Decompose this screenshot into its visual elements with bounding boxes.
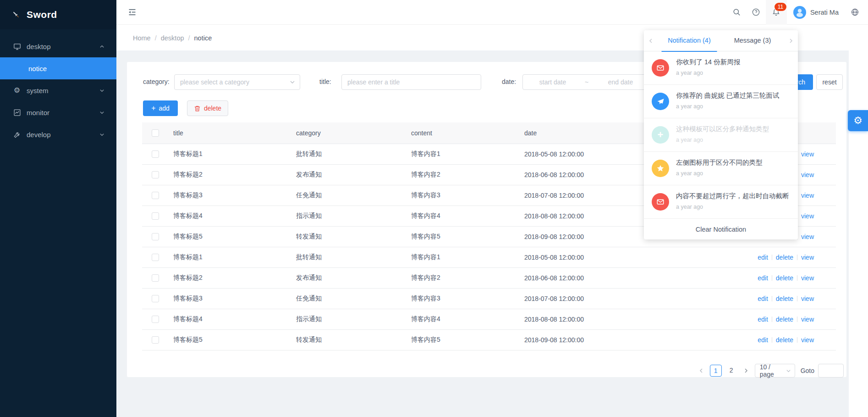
- user-menu[interactable]: Serati Ma: [787, 0, 845, 25]
- goto-page-input[interactable]: [818, 364, 844, 378]
- globe-icon[interactable]: [845, 0, 864, 25]
- row-checkbox[interactable]: [152, 233, 159, 240]
- delete-link[interactable]: delete: [776, 316, 793, 323]
- add-button[interactable]: + add: [143, 100, 178, 116]
- notification-tabs: Notification (4) Message (3): [644, 30, 798, 51]
- cell-content: 博客内容3: [407, 288, 520, 309]
- delete-link[interactable]: delete: [776, 336, 793, 344]
- row-checkbox[interactable]: [152, 171, 159, 178]
- category-select[interactable]: please select a category: [174, 74, 300, 90]
- view-link[interactable]: view: [801, 233, 814, 240]
- gear-icon: ⚙: [13, 87, 21, 94]
- menu-fold-icon[interactable]: [127, 7, 137, 17]
- sidebar-item-notice[interactable]: notice: [0, 57, 116, 79]
- edit-link[interactable]: edit: [758, 295, 768, 302]
- pagination: 1 2 10 / page Goto: [696, 364, 844, 378]
- breadcrumb-desktop[interactable]: desktop: [161, 34, 184, 42]
- sidebar-item-monitor[interactable]: monitor: [0, 101, 116, 123]
- sidebar-item-system[interactable]: ⚙ system: [0, 79, 116, 101]
- add-button-label: add: [159, 105, 169, 112]
- plus-icon: +: [652, 126, 669, 144]
- sidebar-item-desktop[interactable]: desktop: [0, 35, 116, 57]
- notifications-bell-button[interactable]: 11: [766, 0, 787, 25]
- mail-icon: [652, 193, 669, 211]
- divider: [772, 255, 772, 260]
- page-size-select[interactable]: 10 / page: [755, 364, 795, 378]
- delete-button[interactable]: delete: [187, 100, 228, 116]
- row-checkbox[interactable]: [152, 316, 159, 323]
- notification-item[interactable]: 你收到了 14 份新周报 a year ago: [644, 51, 798, 85]
- row-checkbox[interactable]: [152, 295, 159, 302]
- view-link[interactable]: view: [801, 295, 814, 302]
- sidebar-item-develop[interactable]: develop: [0, 123, 116, 145]
- view-link[interactable]: view: [801, 212, 814, 220]
- cell-date: 2018-08-08 12:00:00: [520, 309, 671, 329]
- view-link[interactable]: view: [801, 192, 814, 199]
- sidebar: Sword desktop notice ⚙ system: [0, 0, 116, 417]
- delete-link[interactable]: delete: [776, 254, 793, 261]
- breadcrumb-home[interactable]: Home: [133, 34, 151, 42]
- notification-badge: 11: [775, 3, 786, 11]
- cell-title: 博客标题5: [169, 329, 291, 350]
- dove-icon: [652, 93, 669, 110]
- edit-link[interactable]: edit: [758, 336, 768, 344]
- notification-panel: Notification (4) Message (3) 你收到了 14 份新周…: [644, 30, 798, 239]
- cell-content: 博客内容1: [407, 144, 520, 164]
- row-checkbox[interactable]: [152, 192, 159, 199]
- tab-notification[interactable]: Notification (4): [658, 30, 721, 51]
- next-page-icon[interactable]: [741, 365, 751, 377]
- row-checkbox[interactable]: [152, 336, 159, 344]
- goto-label: Goto: [801, 367, 814, 374]
- notification-item[interactable]: 内容不要超过两行字，超出时自动截断 a year ago: [644, 185, 798, 219]
- delete-button-label: delete: [204, 105, 221, 112]
- cell-category: 发布通知: [291, 267, 407, 288]
- date-range-picker[interactable]: start date ~ end date: [522, 74, 651, 90]
- row-checkbox[interactable]: [152, 254, 159, 261]
- view-link[interactable]: view: [801, 171, 814, 178]
- reset-button[interactable]: reset: [816, 74, 843, 90]
- view-link[interactable]: view: [801, 274, 814, 282]
- sidebar-item-label: system: [27, 87, 49, 95]
- start-date-placeholder: start date: [525, 78, 581, 86]
- notification-item[interactable]: 左侧图标用于区分不同的类型 a year ago: [644, 152, 798, 185]
- end-date-placeholder: end date: [593, 78, 648, 86]
- row-checkbox[interactable]: [152, 212, 159, 220]
- title-input[interactable]: [342, 75, 481, 89]
- prev-page-icon[interactable]: [696, 365, 706, 377]
- cell-title: 博客标题4: [169, 206, 291, 226]
- select-all-checkbox[interactable]: [152, 129, 159, 137]
- sidebar-item-label: desktop: [27, 43, 51, 50]
- theme-settings-button[interactable]: ⚙: [848, 110, 868, 131]
- view-link[interactable]: view: [801, 254, 814, 261]
- page-number-1[interactable]: 1: [710, 365, 722, 377]
- notification-time: a year ago: [676, 170, 703, 177]
- search-icon[interactable]: [727, 0, 747, 25]
- delete-link[interactable]: delete: [776, 274, 793, 282]
- title-input-wrap: [341, 74, 481, 90]
- tabs-prev-icon[interactable]: [644, 38, 658, 44]
- cell-category: 指示通知: [291, 309, 407, 329]
- cell-content: 博客内容5: [407, 226, 520, 247]
- notification-item[interactable]: 你推荐的 曲妮妮 已通过第三轮面试 a year ago: [644, 85, 798, 118]
- clear-notification-button[interactable]: Clear Notification: [644, 219, 798, 239]
- view-link[interactable]: view: [801, 316, 814, 323]
- cell-title: 博客标题3: [169, 288, 291, 309]
- edit-link[interactable]: edit: [758, 254, 768, 261]
- delete-link[interactable]: delete: [776, 295, 793, 302]
- view-link[interactable]: view: [801, 336, 814, 344]
- help-icon[interactable]: [747, 0, 766, 25]
- tab-message[interactable]: Message (3): [721, 30, 784, 51]
- table-row: 博客标题4 指示通知 博客内容4 2018-08-08 12:00:00 edi…: [142, 309, 836, 329]
- edit-link[interactable]: edit: [758, 316, 768, 323]
- cell-date: 2018-09-08 12:00:00: [520, 329, 671, 350]
- row-checkbox[interactable]: [152, 274, 159, 282]
- cell-title: 博客标题2: [169, 267, 291, 288]
- edit-link[interactable]: edit: [758, 274, 768, 282]
- view-link[interactable]: view: [801, 150, 814, 158]
- col-content: content: [407, 122, 520, 144]
- notification-item[interactable]: + 这种模板可以区分多种通知类型 a year ago: [644, 118, 798, 152]
- row-checkbox[interactable]: [152, 150, 159, 158]
- page-number-2[interactable]: 2: [725, 365, 737, 377]
- tabs-next-icon[interactable]: [784, 38, 798, 44]
- app-logo[interactable]: Sword: [0, 0, 116, 29]
